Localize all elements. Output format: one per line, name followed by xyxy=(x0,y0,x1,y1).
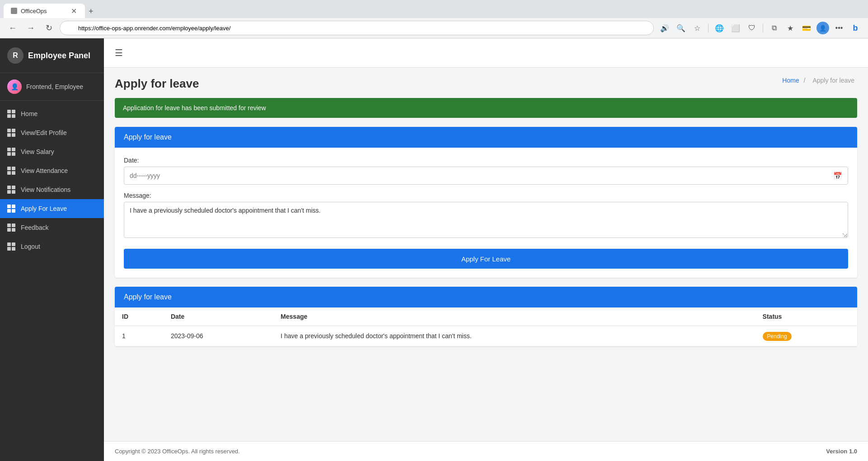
profile-button[interactable]: 👤 xyxy=(816,21,830,35)
browser-toolbar: ← → ↻ 🔊 🔍 ☆ 🌐 ⬜ 🛡 ⧉ ★ 💳 👤 ••• b xyxy=(0,18,868,38)
app-container: R Employee Panel 👤 Frontend, Employee Ho… xyxy=(0,38,868,461)
new-tab-button[interactable]: + xyxy=(85,5,97,18)
table-body: 1 2023-09-06 I have a previously schedul… xyxy=(115,326,857,346)
sidebar-item-profile-label: View/Edit Profile xyxy=(21,129,67,136)
tab-title: OfficeOps xyxy=(21,8,47,14)
form-card: Apply for leave Date: 📅 Message: I have … xyxy=(115,127,857,278)
more-button[interactable]: ••• xyxy=(832,21,846,35)
footer-copyright: Copyright © 2023 OfficeOps. All rights r… xyxy=(115,448,240,455)
toolbar-divider-1 xyxy=(708,23,708,33)
address-bar[interactable] xyxy=(60,21,654,35)
active-tab[interactable]: OfficeOps ✕ xyxy=(4,4,85,18)
breadcrumb-separator: / xyxy=(804,77,807,84)
forward-button[interactable]: → xyxy=(23,21,38,35)
shield-button[interactable]: 🛡 xyxy=(745,21,759,35)
footer: Copyright © 2023 OfficeOps. All rights r… xyxy=(104,441,868,461)
page-title: Apply for leave xyxy=(115,77,199,91)
sidebar-item-logout[interactable]: Logout xyxy=(0,237,104,256)
bing-button[interactable]: b xyxy=(848,21,863,35)
success-alert: Application for leave has been submitted… xyxy=(115,98,857,118)
breadcrumb-home[interactable]: Home xyxy=(782,77,799,84)
user-name: Frontend, Employee xyxy=(26,83,83,90)
toolbar-divider-2 xyxy=(763,23,763,33)
date-form-group: Date: 📅 xyxy=(124,157,848,185)
page-content: Apply for leave Home / Apply for leave A… xyxy=(104,68,868,441)
sidebar: R Employee Panel 👤 Frontend, Employee Ho… xyxy=(0,38,104,461)
col-message: Message xyxy=(273,307,755,326)
sidebar-item-logout-label: Logout xyxy=(21,243,40,250)
attendance-icon xyxy=(7,167,15,175)
sidebar-item-view-attendance[interactable]: View Attendance xyxy=(0,161,104,180)
feedback-icon xyxy=(7,224,15,232)
message-textarea[interactable]: I have a previously scheduled doctor's a… xyxy=(124,202,848,238)
cell-id: 1 xyxy=(115,326,164,346)
sidebar-item-notifications-label: View Notifications xyxy=(21,186,70,193)
page-header: Apply for leave Home / Apply for leave xyxy=(115,77,857,91)
browser-view-button[interactable]: ⬜ xyxy=(728,21,743,35)
cell-status: Pending xyxy=(755,326,857,346)
breadcrumb: Home / Apply for leave xyxy=(782,77,857,84)
sidebar-item-attendance-label: View Attendance xyxy=(21,167,68,174)
tab-favicon xyxy=(11,8,17,14)
wallet-button[interactable]: 💳 xyxy=(799,21,814,35)
table-card: Apply for leave ID Date Message Status xyxy=(115,287,857,346)
status-badge: Pending xyxy=(763,332,792,341)
back-button[interactable]: ← xyxy=(5,21,20,35)
cell-message: I have a previously scheduled doctor's a… xyxy=(273,326,755,346)
apply-for-leave-button[interactable]: Apply For Leave xyxy=(124,249,848,269)
sidebar-item-home[interactable]: Home xyxy=(0,104,104,123)
salary-icon xyxy=(7,148,15,156)
textarea-wrapper: I have a previously scheduled doctor's a… xyxy=(124,202,848,240)
logout-icon xyxy=(7,242,15,251)
form-card-header: Apply for leave xyxy=(115,127,857,148)
col-date: Date xyxy=(164,307,273,326)
leave-table: ID Date Message Status 1 2023-09-06 I ha… xyxy=(115,307,857,346)
calendar-icon[interactable]: 📅 xyxy=(833,172,842,180)
favorites-button[interactable]: ☆ xyxy=(690,21,704,35)
message-form-group: Message: I have a previously scheduled d… xyxy=(124,192,848,240)
table-header-row: ID Date Message Status xyxy=(115,307,857,326)
message-label: Message: xyxy=(124,192,848,199)
split-view-button[interactable]: ⧉ xyxy=(767,21,781,35)
sidebar-header: R Employee Panel xyxy=(0,38,104,73)
footer-copyright-text: Copyright © 2023 OfficeOps. xyxy=(115,448,190,455)
profile-avatar: 👤 xyxy=(816,22,829,34)
sidebar-item-apply-for-leave[interactable]: Apply For Leave xyxy=(0,199,104,218)
footer-version: Version 1.0 xyxy=(826,448,857,455)
tab-close-button[interactable]: ✕ xyxy=(70,7,78,15)
sidebar-nav: Home View/Edit Profile View Salary xyxy=(0,101,104,461)
profile-icon xyxy=(7,129,15,137)
footer-version-number: Version 1.0 xyxy=(826,448,857,455)
read-aloud-button[interactable]: 🔊 xyxy=(657,21,672,35)
user-avatar: 👤 xyxy=(7,79,22,94)
favorites-bar-button[interactable]: ★ xyxy=(783,21,798,35)
table-row: 1 2023-09-06 I have a previously schedul… xyxy=(115,326,857,346)
sidebar-item-feedback-label: Feedback xyxy=(21,224,48,231)
extensions-button[interactable]: 🌐 xyxy=(712,21,727,35)
sidebar-item-view-notifications[interactable]: View Notifications xyxy=(0,180,104,199)
sidebar-logo: R xyxy=(7,47,23,64)
col-status: Status xyxy=(755,307,857,326)
sidebar-user: 👤 Frontend, Employee xyxy=(0,73,104,101)
home-icon xyxy=(7,110,15,118)
resize-handle-icon: ⤡ xyxy=(842,232,846,238)
date-input[interactable] xyxy=(130,172,833,179)
sidebar-item-apply-leave-label: Apply For Leave xyxy=(21,205,67,212)
apply-leave-icon xyxy=(7,205,15,213)
tab-bar: OfficeOps ✕ + xyxy=(0,0,868,18)
date-label: Date: xyxy=(124,157,848,164)
hamburger-button[interactable]: ☰ xyxy=(113,46,125,60)
toolbar-icons: 🔊 🔍 ☆ 🌐 ⬜ 🛡 ⧉ ★ 💳 👤 ••• b xyxy=(657,21,863,35)
cell-date: 2023-09-06 xyxy=(164,326,273,346)
browser-chrome: OfficeOps ✕ + ← → ↻ 🔊 🔍 ☆ 🌐 ⬜ 🛡 ⧉ ★ 💳 👤 … xyxy=(0,0,868,38)
sidebar-item-feedback[interactable]: Feedback xyxy=(0,218,104,237)
sidebar-item-view-salary[interactable]: View Salary xyxy=(0,142,104,161)
sidebar-item-salary-label: View Salary xyxy=(21,148,54,155)
notifications-icon xyxy=(7,186,15,194)
top-bar: ☰ xyxy=(104,38,868,68)
search-button[interactable]: 🔍 xyxy=(674,21,688,35)
table-card-header: Apply for leave xyxy=(115,287,857,307)
date-input-wrapper[interactable]: 📅 xyxy=(124,167,848,185)
refresh-button[interactable]: ↻ xyxy=(42,21,56,35)
sidebar-item-view-edit-profile[interactable]: View/Edit Profile xyxy=(0,123,104,142)
